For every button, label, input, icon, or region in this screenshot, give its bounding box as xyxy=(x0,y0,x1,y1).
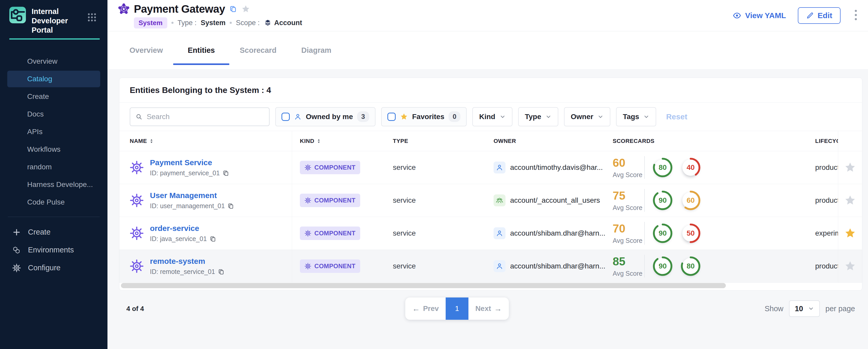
filter-dropdown-kind[interactable]: Kind xyxy=(472,107,512,126)
tab-label: Scorecard xyxy=(240,46,277,55)
owner: account/shibam.dhar@harn... xyxy=(494,260,605,272)
favorite-star-icon[interactable] xyxy=(241,4,250,14)
entity-name-link[interactable]: order-service xyxy=(150,224,216,233)
sidebar-item-harness-develope[interactable]: Harness Develope... xyxy=(7,176,100,193)
account-layers-icon xyxy=(264,19,272,27)
favorites-checkbox[interactable] xyxy=(388,113,396,121)
tab-label: Overview xyxy=(129,46,163,55)
table-row[interactable]: remote-system ID: remote_service_01 COMP… xyxy=(119,250,862,283)
sort-icon[interactable] xyxy=(150,138,153,144)
owner: account/shibam.dhar@harn... xyxy=(494,227,605,239)
sidebar: Internal Developer Portal Overview Catal… xyxy=(0,0,107,349)
sidebar-item-random[interactable]: random xyxy=(7,159,100,175)
gear-icon xyxy=(12,263,21,273)
sidebar-item-workflows[interactable]: Workflows xyxy=(7,141,100,158)
row-favorite-toggle[interactable] xyxy=(838,217,862,250)
sidebar-item-create[interactable]: Create xyxy=(7,88,100,105)
page-title: Payment Gateway xyxy=(134,3,225,15)
horizontal-scrollbar[interactable] xyxy=(121,283,726,288)
entity-name-link[interactable]: Payment Service xyxy=(150,158,229,167)
sidebar-item-label: Overview xyxy=(27,57,58,65)
sidebar-item-label: Create xyxy=(27,92,49,101)
entity-type: service xyxy=(393,229,416,237)
plus-icon xyxy=(12,228,21,236)
filter-dropdown-type[interactable]: Type xyxy=(518,107,558,126)
owner-name: account/_account_all_users xyxy=(510,196,600,204)
type-label: Type : xyxy=(178,19,197,27)
search-box[interactable] xyxy=(130,107,270,126)
table-header-row: NAME KIND TYPE OWNER SCORECARDS LIFECYCL… xyxy=(119,131,862,151)
entity-name-link[interactable]: remote-system xyxy=(150,257,224,266)
prev-page-button[interactable]: ← Prev xyxy=(405,297,446,320)
dot-separator xyxy=(230,22,232,24)
tab-label: Diagram xyxy=(302,46,332,55)
sidebar-item-apis[interactable]: APIs xyxy=(7,124,100,140)
sidebar-footer-configure[interactable]: Configure xyxy=(0,259,107,277)
owned-by-me-checkbox[interactable] xyxy=(281,113,290,121)
scorecards: 85 Avg Score 90 80 xyxy=(613,255,708,278)
tab-overview[interactable]: Overview xyxy=(129,31,163,69)
entity-type: service xyxy=(393,262,416,270)
owner-name: account/timothy.davis@har... xyxy=(510,163,603,172)
copy-icon[interactable] xyxy=(222,170,229,177)
more-options-kebab-icon[interactable] xyxy=(852,8,859,23)
copy-icon[interactable] xyxy=(229,5,237,13)
row-favorite-toggle[interactable] xyxy=(838,151,862,184)
entity-type: service xyxy=(393,163,416,172)
sidebar-nav: Overview Catalog Create Docs APIs Workfl… xyxy=(0,53,107,211)
show-label: Show xyxy=(765,305,783,313)
filter-dropdown-tags[interactable]: Tags xyxy=(616,107,656,126)
column-header-type: TYPE xyxy=(385,131,486,151)
score-gauge: 90 xyxy=(652,256,673,277)
row-favorite-toggle[interactable] xyxy=(838,184,862,217)
table-row[interactable]: User Management ID: user_management_01 C… xyxy=(119,184,862,217)
gear-icon xyxy=(130,259,144,273)
table-row[interactable]: order-service ID: java_service_01 COMPON… xyxy=(119,217,862,250)
tab-scorecard[interactable]: Scorecard xyxy=(240,31,277,69)
entity-type: service xyxy=(393,196,416,204)
sidebar-footer-create[interactable]: Create xyxy=(0,223,107,241)
entity-name-link[interactable]: User Management xyxy=(150,191,234,200)
tab-entities[interactable]: Entities xyxy=(188,31,215,69)
sidebar-footer-environments[interactable]: Environments xyxy=(0,241,107,259)
score-gauge: 40 xyxy=(680,157,701,178)
table-body: Payment Service ID: payment_service_01 C… xyxy=(119,151,862,283)
scope-label: Scope : xyxy=(236,19,260,27)
main-area: Payment Gateway System Type : System Sco… xyxy=(107,0,868,349)
edit-button[interactable]: Edit xyxy=(798,7,841,24)
next-page-button[interactable]: Next → xyxy=(468,297,509,320)
owned-by-me-filter[interactable]: Owned by me 3 xyxy=(275,107,375,126)
harness-logo[interactable] xyxy=(9,7,26,23)
copy-icon[interactable] xyxy=(218,268,224,275)
current-page-button[interactable]: 1 xyxy=(446,297,468,320)
sort-icon[interactable] xyxy=(317,138,320,144)
row-favorite-toggle[interactable] xyxy=(838,250,862,282)
sidebar-item-code-pulse[interactable]: Code Pulse xyxy=(7,194,100,211)
favorites-filter[interactable]: Favorites 0 xyxy=(381,107,467,126)
apps-grid-icon[interactable] xyxy=(87,12,97,23)
column-header-kind[interactable]: KIND xyxy=(292,131,385,151)
view-yaml-button[interactable]: View YAML xyxy=(733,11,786,20)
column-header-name[interactable]: NAME xyxy=(119,131,292,151)
favorite-star-icon xyxy=(844,227,856,240)
copy-icon[interactable] xyxy=(227,203,234,210)
filter-dropdown-owner[interactable]: Owner xyxy=(564,107,610,126)
tab-diagram[interactable]: Diagram xyxy=(302,31,332,69)
column-header-scorecards: SCORECARDS xyxy=(605,131,807,151)
search-input[interactable] xyxy=(147,113,264,121)
scorecards: 75 Avg Score 90 60 xyxy=(613,189,708,212)
sidebar-item-catalog[interactable]: Catalog xyxy=(7,71,100,87)
page-size-select[interactable]: 10 xyxy=(789,300,819,317)
user-icon xyxy=(496,229,503,237)
sidebar-item-label: Catalog xyxy=(27,75,52,83)
system-kind-badge: System xyxy=(134,17,167,29)
table-row[interactable]: Payment Service ID: payment_service_01 C… xyxy=(119,151,862,184)
avg-score-caption: Avg Score xyxy=(613,204,643,212)
sidebar-item-overview[interactable]: Overview xyxy=(7,53,100,70)
sidebar-item-docs[interactable]: Docs xyxy=(7,106,100,123)
sidebar-footer-label: Configure xyxy=(28,263,61,272)
reset-filters-button[interactable]: Reset xyxy=(666,113,687,121)
copy-icon[interactable] xyxy=(210,235,216,242)
entities-heading: Entities Belonging to the System : 4 xyxy=(119,78,862,102)
dropdown-label: Kind xyxy=(479,113,495,121)
